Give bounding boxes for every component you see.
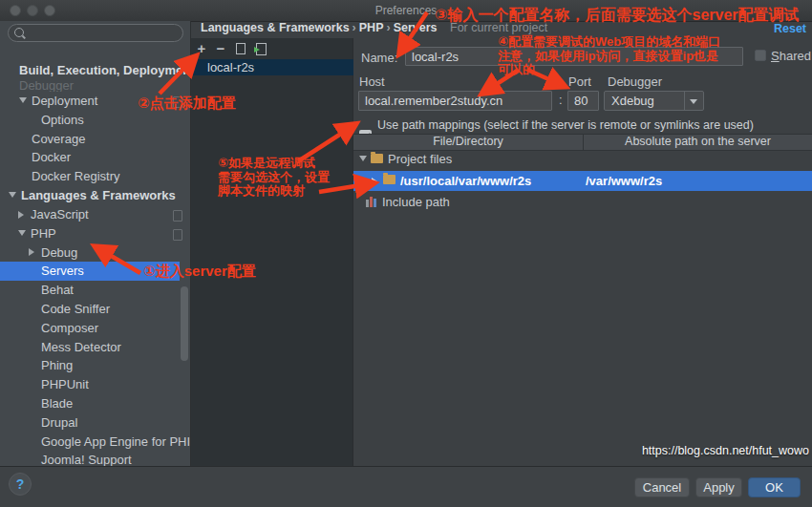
folder-icon [383,175,395,184]
chevron-down-icon[interactable] [19,97,27,103]
sidebar-item-label: Mess Detector [0,340,121,354]
copy-server-button[interactable] [233,41,248,56]
sidebar-item-phpunit[interactable]: PHPUnit [0,375,191,394]
cancel-button[interactable]: Cancel [634,477,690,497]
sidebar-item-build-execution-deployment[interactable]: Build, Execution, Deployment [0,61,191,80]
copy-icon [236,43,246,54]
sidebar-item-javascript[interactable]: JavaScript [0,205,191,224]
mapping-row-include-path[interactable]: Include path [353,193,812,212]
add-server-button[interactable]: + [194,41,209,56]
sidebar-item-drupal[interactable]: Drupal [0,413,191,433]
sidebar-item-languages-frameworks[interactable]: Languages & Frameworks [0,186,191,205]
sidebar-item-composer[interactable]: Composer [0,319,191,338]
mapping-local-path: /usr/local/var/www/r2s [400,171,531,191]
sidebar-item-blade[interactable]: Blade [0,394,191,413]
breadcrumb-part[interactable]: Servers [394,21,438,34]
sidebar-item-docker[interactable]: Docker [0,148,191,167]
shared-checkbox[interactable] [755,50,766,61]
annotation-3: ③输入一个配置名称，后面需要选这个server配置调试 [435,7,800,23]
mapping-row-project-files[interactable]: Project files [353,150,812,169]
settings-search-input[interactable] [8,24,183,42]
host-port-separator: : [559,93,563,107]
breadcrumb-part[interactable]: Languages & Frameworks [201,21,350,34]
import-server-button[interactable] [254,41,269,56]
sidebar-item-label: Code Sniffer [0,302,110,316]
breadcrumb-separator: › [350,21,359,34]
mapping-row-label: Project files [388,150,452,169]
server-config-panel: Name: local-r2s Shared Host Port Debugge… [353,38,812,466]
sidebar-item-coverage[interactable]: Coverage [0,130,191,149]
sidebar-item-label: Blade [0,396,73,411]
name-label: Name: [361,51,397,65]
debugger-selected-value: Xdebug [611,94,654,108]
sidebar-item-label: Servers [0,264,84,278]
sidebar-item-google-app-engine-for-phi[interactable]: Google App Engine for PHI [0,433,191,452]
sidebar-item-label: Languages & Frameworks [0,188,176,202]
help-button[interactable]: ? [9,473,32,496]
sidebar-item-php[interactable]: PHP [0,224,191,243]
dialog-footer: ? Cancel Apply OK [0,466,812,507]
folder-icon [371,154,383,163]
expand-icon[interactable] [372,178,377,185]
port-input[interactable]: 80 [567,91,599,111]
sidebar-item-label: Options [0,113,84,127]
ok-button[interactable]: OK [748,477,801,497]
debugger-select[interactable]: Xdebug [604,91,704,111]
apply-button[interactable]: Apply [695,477,742,497]
sidebar-item-label: PHPUnit [0,377,89,391]
import-icon [256,43,267,55]
host-input[interactable]: local.remember2study.cn [358,91,552,111]
sidebar-item-docker-registry[interactable]: Docker Registry [0,167,191,186]
sidebar-item-label: Debugger [0,80,74,92]
shared-label: Shared [771,49,811,63]
modified-settings-icon [173,210,182,222]
collapse-icon[interactable] [359,156,367,161]
reset-link[interactable]: Reset [774,22,806,35]
annotation-1: ①进入server配置 [143,264,256,279]
column-header-file-directory[interactable]: File/Directory [353,135,584,150]
sidebar-item-phing[interactable]: Phing [0,356,191,375]
remove-server-button[interactable]: − [213,41,228,56]
sidebar-item-label: JavaScript [0,207,89,222]
column-header-absolute-path[interactable]: Absolute path on the server [584,135,812,150]
watermark: https://blog.csdn.net/hfut_wowo [642,444,809,457]
sidebar-item-options[interactable]: Options [0,111,191,130]
sidebar-item-label: Composer [0,321,98,335]
sidebar-item-label: Docker [0,150,71,164]
annotation-5: ⑤如果是远程调试 需要勾选这个，设置 脚本文件的映射 [218,157,330,199]
search-icon [14,28,24,37]
annotation-4: ④配置需要调试的Web项目的域名和端口 注意，如果使用ip访问，直接设置ip也是… [498,35,720,77]
annotation-2: ②点击添加配置 [138,95,236,111]
chevron-right-icon[interactable] [18,211,24,219]
sidebar-item-debugger: Debugger [0,80,191,92]
sidebar-item-label: Coverage [0,132,85,146]
sidebar-item-label: Phing [0,358,73,372]
sidebar-item-behat[interactable]: Behat [0,281,191,300]
sidebar-item-label: Docker Registry [0,169,119,183]
sidebar-item-label: Drupal [0,415,77,430]
sidebar-item-mess-detector[interactable]: Mess Detector [0,338,191,357]
chevron-down-icon[interactable] [9,192,16,198]
servers-toolbar: + − [191,38,353,59]
modified-settings-icon [173,229,182,241]
chevron-down-icon [684,92,703,110]
sidebar-item-debug[interactable]: Debug [0,243,191,263]
chevron-right-icon[interactable] [29,248,34,256]
sidebar-item-label: Google App Engine for PHI [0,434,190,449]
use-path-mappings-label: Use path mappings (select if the server … [377,118,754,132]
sidebar-scrollbar[interactable] [181,286,188,361]
mappings-table-header: File/Directory Absolute path on the serv… [353,134,812,151]
mapping-row-usr-local-var-www-r2s[interactable]: /usr/local/var/www/r2s /var/www/r2s [353,171,812,191]
sidebar-item-label: Behat [0,283,74,297]
mapping-row-label: Include path [382,193,450,212]
include-path-icon [366,197,377,207]
sidebar-item-code-sniffer[interactable]: Code Sniffer [0,300,191,319]
server-list-item[interactable]: local-r2s [191,59,353,75]
mapping-server-path: /var/www/r2s [586,171,662,191]
sidebar-item-label: Deployment [0,94,97,108]
breadcrumb-part[interactable]: PHP [359,21,384,34]
chevron-down-icon[interactable] [18,230,26,236]
host-label: Host [359,74,385,89]
sidebar-item-label: Debug [0,245,77,260]
sidebar-item-label: Build, Execution, Deployment [0,63,194,77]
